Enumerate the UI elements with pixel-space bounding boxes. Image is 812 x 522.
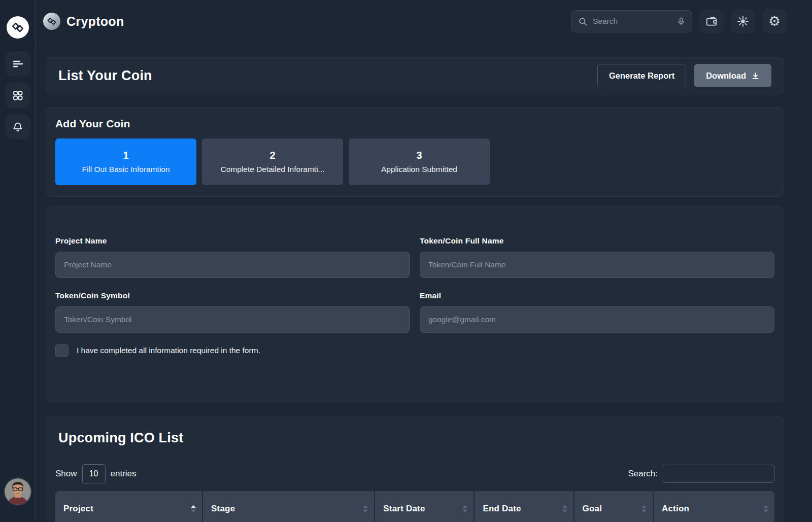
token-full-name-label: Token/Coin Full Name <box>420 236 774 246</box>
bell-icon <box>12 121 24 133</box>
page-title: List Your Coin <box>58 68 152 84</box>
sidebar-nav <box>5 51 30 140</box>
token-full-name-field-group: Token/Coin Full Name <box>420 236 774 278</box>
basic-information-form-card: Project Name Token/Coin Full Name Token/… <box>46 206 784 402</box>
column-label: Stage <box>211 504 235 514</box>
column-header-goal[interactable]: Goal <box>574 491 653 522</box>
column-header-end-date[interactable]: End Date <box>475 491 573 522</box>
column-header-stage[interactable]: Stage <box>203 491 374 522</box>
ico-list-title: Upcoming ICO List <box>55 430 774 446</box>
sidebar <box>0 0 36 522</box>
column-label: Start Date <box>383 504 425 514</box>
top-header: Cryptoon <box>36 0 812 43</box>
token-symbol-label: Token/Coin Symbol <box>55 291 410 300</box>
wallet-button[interactable] <box>699 9 724 33</box>
sort-icon <box>763 505 768 513</box>
completion-checkbox-label: I have completed all information require… <box>77 346 260 355</box>
sort-icon <box>562 505 567 513</box>
entries-select[interactable]: 10 <box>82 464 106 483</box>
column-header-project[interactable]: Project <box>55 491 202 522</box>
sort-icon <box>363 505 368 513</box>
table-search-label: Search: <box>628 469 658 479</box>
step-number: 3 <box>416 150 422 161</box>
table-search-control: Search: <box>628 465 774 483</box>
token-symbol-input[interactable] <box>55 306 410 333</box>
theme-toggle-button[interactable] <box>731 9 755 33</box>
column-header-start-date[interactable]: Start Date <box>375 491 473 522</box>
step-number: 2 <box>269 150 275 161</box>
column-label: Action <box>662 504 689 514</box>
settings-button[interactable]: ⚙ <box>762 9 787 33</box>
project-name-input[interactable] <box>55 252 410 278</box>
email-field-group: Email <box>420 291 774 333</box>
completion-checkbox-row: I have completed all information require… <box>55 344 774 357</box>
title-actions: Generate Report Download <box>597 64 771 87</box>
download-button[interactable]: Download <box>694 64 771 87</box>
step-label: Complete Detailed Inforamti... <box>220 165 324 174</box>
email-input[interactable] <box>420 306 774 333</box>
generate-report-label: Generate Report <box>609 71 674 81</box>
step-label: Application Submitted <box>381 165 457 174</box>
column-header-action[interactable]: Action <box>654 491 774 522</box>
step-1-basic-information[interactable]: 1 Fill Out Basic Inforamtion <box>55 138 196 185</box>
project-name-field-group: Project Name <box>55 236 410 278</box>
column-label: Project <box>63 504 93 514</box>
table-controls: Show 10 entries Search: <box>55 464 774 483</box>
main-content: List Your Coin Generate Report Download <box>36 43 812 522</box>
sidebar-item-menu[interactable] <box>5 51 30 77</box>
ico-table-header: Project Stage Start Date End Date Goal A… <box>55 491 774 522</box>
header-search <box>571 10 692 32</box>
step-number: 1 <box>123 150 128 161</box>
token-symbol-field-group: Token/Coin Symbol <box>55 291 410 333</box>
avatar-image <box>5 478 31 505</box>
upcoming-ico-list-card: Upcoming ICO List Show 10 entries Search… <box>46 416 784 522</box>
download-label: Download <box>706 71 746 81</box>
table-search-input[interactable] <box>662 465 774 483</box>
gear-icon: ⚙ <box>768 15 781 28</box>
header-actions: ⚙ <box>571 9 787 33</box>
download-icon <box>751 72 760 80</box>
entries-count: 10 <box>89 469 98 478</box>
step-3-application-submitted[interactable]: 3 Application Submitted <box>349 138 490 185</box>
entries-control: Show 10 entries <box>55 464 137 483</box>
grid-icon <box>12 89 24 101</box>
step-label: Fill Out Basic Inforamtion <box>82 165 170 174</box>
brand-name: Cryptoon <box>66 14 124 29</box>
sidebar-item-apps[interactable] <box>5 83 30 108</box>
sidebar-item-notifications[interactable] <box>5 114 30 140</box>
brand[interactable]: Cryptoon <box>43 13 124 30</box>
project-name-label: Project Name <box>55 236 410 246</box>
user-avatar[interactable] <box>5 478 31 505</box>
completion-checkbox[interactable] <box>55 344 69 357</box>
add-your-coin-card: Add Your Coin 1 Fill Out Basic Inforamti… <box>46 107 784 197</box>
search-icon <box>578 17 588 26</box>
sort-icon <box>641 505 647 513</box>
wizard-title: Add Your Coin <box>55 118 774 130</box>
microphone-icon[interactable] <box>676 17 686 26</box>
show-label: Show <box>55 469 77 479</box>
wallet-icon <box>705 15 718 28</box>
menu-lines-icon <box>12 58 24 70</box>
sort-icon <box>462 505 467 513</box>
search-input[interactable] <box>593 17 671 26</box>
brand-logo-icon <box>43 13 60 30</box>
column-label: Goal <box>583 504 602 514</box>
column-label: End Date <box>483 504 521 514</box>
sort-icon <box>191 505 196 513</box>
token-full-name-input[interactable] <box>420 252 774 278</box>
generate-report-button[interactable]: Generate Report <box>597 64 686 87</box>
page-title-box: List Your Coin Generate Report Download <box>46 57 784 94</box>
entries-label: entries <box>111 469 137 479</box>
brand-mark-icon <box>11 21 24 34</box>
step-2-detailed-information[interactable]: 2 Complete Detailed Inforamti... <box>202 138 343 185</box>
sun-icon <box>736 15 750 28</box>
form-grid: Project Name Token/Coin Full Name Token/… <box>55 236 774 333</box>
email-label: Email <box>420 291 774 300</box>
wizard-steps: 1 Fill Out Basic Inforamtion 2 Complete … <box>55 138 774 185</box>
sidebar-logo[interactable] <box>7 16 29 39</box>
